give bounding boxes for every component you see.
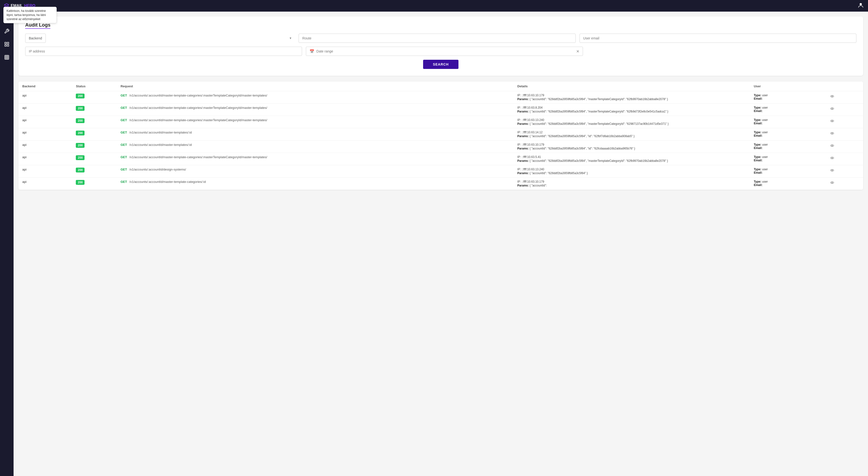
table-row: api 200 GET /v1/accounts/:accountId/mast…: [19, 104, 863, 116]
cell-status: 200: [72, 91, 117, 104]
page-title: Audit Logs: [25, 22, 51, 29]
cell-status: 200: [72, 177, 117, 190]
cell-user: Type: user Email:: [750, 165, 825, 177]
results-card: Backend Status Request Details User api …: [19, 81, 863, 190]
cell-action: [825, 165, 863, 177]
cell-request: GET /v1/accounts/:accountId/master-templ…: [117, 104, 514, 116]
svg-point-29: [832, 182, 833, 183]
user-avatar-icon[interactable]: [857, 2, 864, 10]
svg-point-27: [832, 170, 833, 171]
cell-user: Type: user Email:: [750, 104, 825, 116]
cell-request: GET /v1/accounts/:accountId/master-templ…: [117, 128, 514, 140]
table-row: api 200 GET /v1/accounts/:accountId/mast…: [19, 153, 863, 165]
cell-details: IP: ::ffff:10.63.5.41 Params: { "account…: [514, 153, 750, 165]
view-button[interactable]: [829, 131, 836, 137]
filter-card: Audit Logs Backend api auth email ▼ 📅 ✕: [19, 16, 863, 76]
route-text: /v1/accounts/:accountId/master-template-…: [129, 106, 267, 109]
svg-rect-5: [5, 42, 6, 44]
cell-action: [825, 128, 863, 140]
cell-status: 200: [72, 140, 117, 153]
detail-params: Params: { "accountId": "628ddf2ba3959fb8…: [517, 159, 746, 163]
svg-point-19: [832, 121, 833, 122]
date-range-input[interactable]: [316, 49, 576, 53]
detail-ip: IP: ::ffff:10.63.5.41: [517, 155, 746, 159]
cell-details: IP: ::ffff:10.63.10.179 Params: { "accou…: [514, 177, 750, 190]
method-label: GET: [121, 131, 127, 134]
user-email-input[interactable]: [580, 34, 857, 43]
view-button[interactable]: [829, 143, 836, 149]
cell-action: [825, 91, 863, 104]
email-label: Email:: [754, 97, 763, 100]
status-badge: 200: [76, 131, 85, 135]
email-label: Email:: [754, 134, 763, 137]
type-label: Type:: [754, 118, 761, 122]
detail-ip: IP: ::ffff:10.63.13.240: [517, 168, 746, 171]
cell-action: [825, 153, 863, 165]
view-button[interactable]: [829, 94, 836, 100]
type-label: Type:: [754, 143, 761, 146]
detail-ip: IP: ::ffff:10.63.8.204: [517, 106, 746, 109]
detail-ip: IP: ::ffff:10.63.13.240: [517, 118, 746, 122]
detail-ip: IP: ::ffff:10.63.14.12: [517, 131, 746, 134]
cell-details: IP: ::ffff:10.63.13.240 Params: { "accou…: [514, 116, 750, 128]
cell-request: GET /v1/accounts/:accountId/master-templ…: [117, 91, 514, 104]
svg-rect-6: [7, 42, 9, 44]
search-button[interactable]: SEARCH: [423, 60, 458, 69]
type-label: Type:: [754, 131, 761, 134]
view-button[interactable]: [829, 106, 836, 112]
filter-row-2: 📅 ✕: [25, 47, 857, 56]
type-label: Type:: [754, 155, 761, 159]
cell-backend: api: [19, 153, 72, 165]
search-row: SEARCH: [25, 60, 857, 69]
audit-log-table: Backend Status Request Details User api …: [19, 81, 863, 190]
calendar-icon: 📅: [310, 49, 314, 54]
email-label: Email:: [754, 171, 763, 174]
cell-backend: api: [19, 104, 72, 116]
route-text: /v1/accounts/:accountId/master-templates…: [129, 131, 192, 134]
detail-params: Params: { "accountId": "628ddf2ba3959fb8…: [517, 171, 746, 175]
backend-select[interactable]: Backend api auth email: [25, 34, 46, 43]
ip-address-input[interactable]: [25, 47, 302, 56]
detail-params: Params: { "accountId": "628ddf2ba3959fb8…: [517, 122, 746, 126]
cell-request: GET /v1/accounts/:accountId/master-templ…: [117, 140, 514, 153]
cell-action: [825, 104, 863, 116]
table-wrapper: Backend Status Request Details User api …: [19, 81, 863, 190]
view-button[interactable]: [829, 118, 836, 125]
col-backend: Backend: [19, 81, 72, 91]
cell-details: IP: ::ffff:10.63.10.179 Params: { "accou…: [514, 140, 750, 153]
cell-backend: api: [19, 177, 72, 190]
col-request: Request: [117, 81, 514, 91]
cell-details: IP: ::ffff:10.63.8.204 Params: { "accoun…: [514, 104, 750, 116]
route-text: /v1/accounts/:accountId/design-systems/: [129, 168, 186, 171]
cell-details: IP: ::ffff:10.63.13.240 Params: { "accou…: [514, 165, 750, 177]
cell-backend: api: [19, 116, 72, 128]
col-user: User: [750, 81, 825, 91]
type-label: Type:: [754, 106, 761, 109]
cell-details: IP: ::ffff:10.63.14.12 Params: { "accoun…: [514, 128, 750, 140]
table-row: api 200 GET /v1/accounts/:accountId/mast…: [19, 91, 863, 104]
cell-backend: api: [19, 91, 72, 104]
route-input[interactable]: [299, 34, 576, 43]
sidebar-item-tools[interactable]: [0, 25, 13, 38]
view-button[interactable]: [829, 180, 836, 186]
topbar: EMAILHERO: [0, 0, 868, 11]
status-badge: 200: [76, 106, 85, 111]
view-button[interactable]: [829, 155, 836, 162]
filter-row-1: Backend api auth email ▼: [25, 34, 857, 43]
cell-action: [825, 177, 863, 190]
email-label: Email:: [754, 109, 763, 113]
detail-params: Params: { "accountId": "628ddf2ba3959fb8…: [517, 98, 746, 101]
table-row: api 200 GET /v1/accounts/:accountId/desi…: [19, 165, 863, 177]
clear-date-icon[interactable]: ✕: [576, 49, 579, 54]
cell-user: Type: user Email:: [750, 116, 825, 128]
sidebar-item-table[interactable]: [0, 51, 13, 64]
view-button[interactable]: [829, 168, 836, 174]
cell-details: IP: ::ffff:10.63.10.179 Params: { "accou…: [514, 91, 750, 104]
detail-params: Params: { "accountId": "628ddf2ba3959fb8…: [517, 110, 746, 113]
method-label: GET: [121, 94, 127, 97]
method-label: GET: [121, 155, 127, 159]
email-label: Email:: [754, 122, 763, 125]
sidebar-item-grid[interactable]: [0, 38, 13, 51]
cell-status: 200: [72, 165, 117, 177]
cell-request: GET /v1/accounts/:accountId/master-templ…: [117, 153, 514, 165]
